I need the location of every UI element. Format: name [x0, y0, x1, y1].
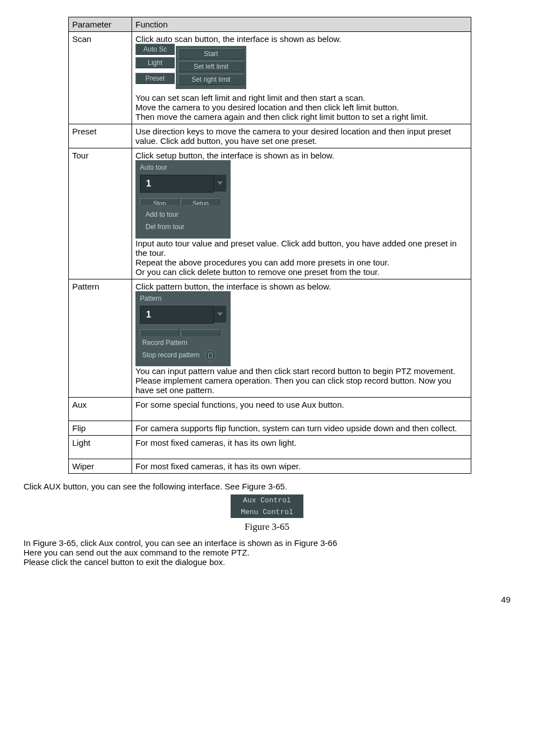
pattern-label: Pattern — [140, 295, 226, 302]
light-button[interactable]: Light — [135, 57, 175, 68]
record-icon — [205, 350, 216, 361]
pattern-menu: Record Pattern Stop record pattern — [140, 337, 226, 363]
cell-light-param: Light — [69, 436, 132, 459]
cell-light-func: For most fixed cameras, it has its own l… — [132, 436, 471, 459]
scan-text-2: Move the camera to you desired location … — [135, 102, 467, 112]
aux-control-panel: Aux Control Menu Control — [231, 494, 303, 518]
record-pattern-item[interactable]: Record Pattern — [140, 337, 226, 348]
pattern-value-input[interactable]: 1 — [140, 306, 214, 324]
stop-record-pattern-item[interactable]: Stop record pattern — [140, 348, 226, 363]
auto-scan-button[interactable]: Auto Sc — [135, 44, 175, 55]
add-to-tour-item[interactable]: Add to tour — [142, 208, 208, 221]
body-text-aux-intro: Click AUX button, you can see the follow… — [24, 482, 510, 491]
cell-aux-func: For some special functions, you need to … — [132, 398, 471, 421]
menu-control-item[interactable]: Menu Control — [231, 506, 303, 518]
tour-text-2: Repeat the above procedures you can add … — [135, 258, 467, 267]
cell-flip-func: For camera supports flip function, syste… — [132, 421, 471, 436]
tour-value-input[interactable]: 1 — [140, 175, 214, 193]
body-text-4: Please click the cancel button to exit t… — [24, 557, 510, 567]
set-left-limit-button[interactable]: Set left limit — [178, 61, 244, 72]
cell-wiper-param: Wiper — [69, 459, 132, 474]
cell-aux-param: Aux — [69, 398, 132, 421]
cell-scan-param: Scan — [69, 32, 132, 124]
scan-text-3: Then move the camera again and then clic… — [135, 112, 467, 122]
cell-flip-param: Flip — [69, 421, 132, 436]
cell-wiper-func: For most fixed cameras, it has its own w… — [132, 459, 471, 474]
auto-tour-label: Auto tour — [140, 164, 226, 171]
tour-intro-text: Click setup button, the interface is sho… — [135, 151, 467, 160]
figure-caption: Figure 3-65 — [24, 521, 510, 533]
header-parameter: Parameter — [69, 17, 132, 32]
pattern-text-1: You can input pattern value and then cli… — [135, 366, 467, 395]
tour-text-3: Or you can click delete button to remove… — [135, 267, 467, 277]
cell-preset-func: Use direction keys to move the camera to… — [132, 124, 471, 148]
tour-text-1: Input auto tour value and preset value. … — [135, 239, 467, 258]
cell-pattern-param: Pattern — [69, 279, 132, 398]
tour-ui-panel: Auto tour 1 Stop Setup Add to tour Del f… — [135, 160, 231, 239]
cell-preset-param: Preset — [69, 124, 132, 148]
cell-scan-func: Click auto scan button, the interface is… — [132, 32, 471, 124]
preset-button[interactable]: Preset — [135, 73, 175, 84]
tour-dropdown-arrow-icon[interactable] — [214, 175, 226, 192]
tour-dropdown-menu: Add to tour Del from tour — [140, 206, 210, 235]
cell-pattern-func: Click pattern button, the interface is s… — [132, 279, 471, 398]
del-from-tour-item[interactable]: Del from tour — [142, 221, 208, 233]
tour-setup-button-cut[interactable]: Setup — [181, 198, 220, 205]
pattern-ui-panel: Pattern 1 Record Pattern Stop record pat… — [135, 291, 231, 366]
pattern-dropdown-arrow-icon[interactable] — [214, 306, 226, 323]
set-right-limit-button[interactable]: Set right limit — [178, 74, 244, 85]
scan-ui-panel: Auto Sc Light Preset Start Set left limi… — [135, 44, 250, 93]
scan-text-1: You can set scan left limit and right li… — [135, 93, 467, 102]
pattern-half-cut-2[interactable] — [181, 329, 220, 336]
header-function: Function — [132, 17, 471, 32]
pattern-half-cut-1[interactable] — [140, 329, 179, 336]
aux-control-item[interactable]: Aux Control — [231, 494, 303, 506]
scan-intro-text: Click auto scan button, the interface is… — [135, 34, 467, 44]
body-text-3: Here you can send out the aux command to… — [24, 548, 510, 557]
tour-stop-button-cut[interactable]: Stop — [140, 198, 179, 205]
pattern-intro-text: Click pattern button, the interface is s… — [135, 282, 467, 291]
parameter-table: Parameter Function Scan Click auto scan … — [68, 17, 471, 474]
start-button[interactable]: Start — [178, 48, 244, 59]
body-text-2: In Figure 3-65, click Aux control, you c… — [24, 538, 510, 548]
cell-tour-param: Tour — [69, 148, 132, 279]
stop-record-pattern-label: Stop record pattern — [142, 351, 200, 359]
cell-tour-func: Click setup button, the interface is sho… — [132, 148, 471, 279]
page-number: 49 — [24, 595, 510, 604]
